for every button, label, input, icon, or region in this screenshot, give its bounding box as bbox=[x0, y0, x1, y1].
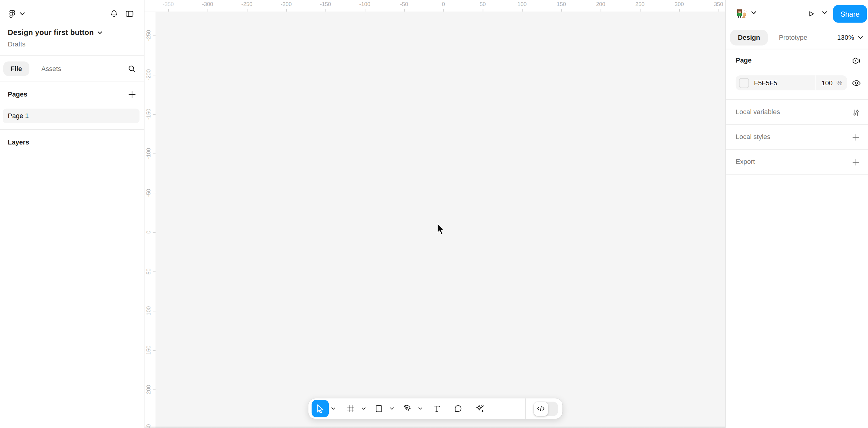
canvas[interactable] bbox=[144, 0, 725, 428]
local-styles-row[interactable]: Local styles bbox=[736, 133, 770, 141]
divider bbox=[0, 56, 144, 56]
tab-file[interactable]: File bbox=[3, 62, 29, 76]
ruler-tick bbox=[153, 232, 156, 233]
ruler-tick bbox=[679, 9, 680, 11]
local-variables-row[interactable]: Local variables bbox=[736, 108, 780, 116]
ruler-label: 250 bbox=[636, 1, 645, 7]
ruler-tick bbox=[483, 9, 484, 11]
ruler-tick bbox=[326, 9, 326, 11]
ruler-label: 350 bbox=[714, 1, 723, 7]
ruler-label: -50 bbox=[146, 189, 152, 197]
ruler-tick bbox=[208, 9, 208, 11]
search-button[interactable] bbox=[124, 61, 140, 77]
ruler-label: 0 bbox=[442, 1, 445, 7]
pen-tool-icon bbox=[402, 404, 412, 413]
color-hex-value[interactable]: F5F5F5 bbox=[754, 79, 815, 87]
tab-assets[interactable]: Assets bbox=[34, 62, 68, 76]
chevron-down-icon[interactable] bbox=[98, 31, 102, 34]
ruler-label: -250 bbox=[241, 1, 253, 7]
ruler-tick bbox=[153, 75, 156, 75]
cursor-icon bbox=[436, 223, 445, 235]
actions-tool-button[interactable] bbox=[471, 400, 488, 418]
avatar[interactable] bbox=[735, 7, 748, 21]
zoom-control[interactable]: 130% bbox=[837, 30, 863, 46]
open-variables-button[interactable] bbox=[850, 106, 862, 118]
toolbar-divider bbox=[525, 398, 526, 419]
canvas-bottom-shade bbox=[144, 426, 725, 428]
notifications-button[interactable] bbox=[106, 6, 122, 22]
tab-design[interactable]: Design bbox=[730, 30, 768, 46]
move-tool-icon bbox=[316, 404, 324, 413]
ruler-tick bbox=[365, 9, 366, 11]
ruler-label: -100 bbox=[146, 148, 152, 159]
toolbar bbox=[308, 398, 563, 419]
ruler-label: 50 bbox=[146, 268, 152, 275]
color-swatch[interactable] bbox=[739, 78, 749, 88]
figma-logo-icon bbox=[7, 9, 17, 19]
pen-tool-button[interactable] bbox=[399, 400, 416, 418]
ruler-label: 300 bbox=[675, 1, 684, 7]
ruler-label: -350 bbox=[163, 1, 174, 7]
shape-tool-button[interactable] bbox=[370, 400, 388, 418]
opacity-value[interactable]: 100 bbox=[822, 79, 833, 87]
dev-mode-icon bbox=[537, 405, 545, 411]
plus-icon bbox=[852, 159, 860, 166]
present-button[interactable] bbox=[803, 6, 819, 22]
opacity-field[interactable]: 100 % bbox=[815, 75, 847, 90]
page-styles-button[interactable] bbox=[850, 55, 862, 67]
move-tool-button[interactable] bbox=[312, 400, 329, 418]
ruler-tick bbox=[153, 153, 156, 154]
move-tool-menu[interactable] bbox=[329, 400, 338, 418]
ruler-label: -150 bbox=[320, 1, 331, 7]
ruler-horizontal: -350-300-250-200-150-100-500501001502002… bbox=[144, 0, 725, 12]
ruler-vertical: -250-200-150-100-50050100150200250 bbox=[144, 0, 156, 428]
share-button[interactable]: Share bbox=[833, 5, 867, 23]
ruler-label: -200 bbox=[281, 1, 292, 7]
frame-tool-button[interactable] bbox=[342, 400, 360, 418]
text-tool-button[interactable] bbox=[428, 400, 445, 418]
main-menu-button[interactable] bbox=[5, 6, 26, 22]
shape-tool-menu[interactable] bbox=[388, 400, 396, 418]
document-location: Drafts bbox=[8, 40, 26, 48]
add-export-button[interactable] bbox=[850, 156, 862, 169]
ruler-tick bbox=[168, 9, 169, 11]
ruler-tick bbox=[153, 272, 156, 272]
ruler-tick bbox=[600, 9, 601, 11]
dev-mode-toggle[interactable] bbox=[534, 401, 558, 416]
ruler-tick bbox=[153, 311, 156, 311]
ruler-tick bbox=[153, 350, 156, 351]
actions-tool-icon bbox=[474, 403, 485, 414]
divider bbox=[0, 129, 144, 130]
comment-tool-button[interactable] bbox=[450, 400, 467, 418]
page-section-header: Page bbox=[736, 56, 751, 64]
right-panel: Share Design Prototype 130% Page bbox=[725, 0, 868, 428]
page-color-field[interactable]: F5F5F5 100 % bbox=[736, 75, 847, 90]
text-tool-icon bbox=[432, 404, 441, 413]
chevron-down-icon[interactable] bbox=[751, 11, 756, 15]
opacity-unit: % bbox=[836, 79, 842, 87]
eye-icon bbox=[851, 79, 861, 87]
ruler-label: 100 bbox=[146, 306, 152, 315]
tab-prototype[interactable]: Prototype bbox=[772, 30, 814, 46]
frame-tool-menu[interactable] bbox=[360, 400, 368, 418]
toggle-sidebar-button[interactable] bbox=[122, 6, 137, 22]
add-page-button[interactable] bbox=[124, 86, 140, 102]
ruler-tick bbox=[286, 9, 287, 11]
document-title[interactable]: Design your first button bbox=[8, 28, 94, 36]
ruler-tick bbox=[522, 9, 523, 11]
add-style-button[interactable] bbox=[850, 132, 862, 144]
toggle-visibility-button[interactable] bbox=[850, 77, 863, 89]
ruler-tick bbox=[153, 390, 156, 390]
plus-icon bbox=[128, 90, 136, 98]
dev-mode-knob bbox=[534, 401, 548, 416]
divider bbox=[726, 124, 868, 125]
chevron-down-icon[interactable] bbox=[822, 11, 827, 15]
ruler-label: -300 bbox=[202, 1, 213, 7]
divider bbox=[0, 81, 144, 81]
pen-tool-menu[interactable] bbox=[416, 400, 425, 418]
search-icon bbox=[127, 64, 136, 73]
page-styles-icon bbox=[851, 56, 860, 65]
export-row[interactable]: Export bbox=[736, 158, 755, 166]
sidebar-item-page-1[interactable]: Page 1 bbox=[3, 109, 140, 123]
play-icon bbox=[806, 9, 815, 18]
